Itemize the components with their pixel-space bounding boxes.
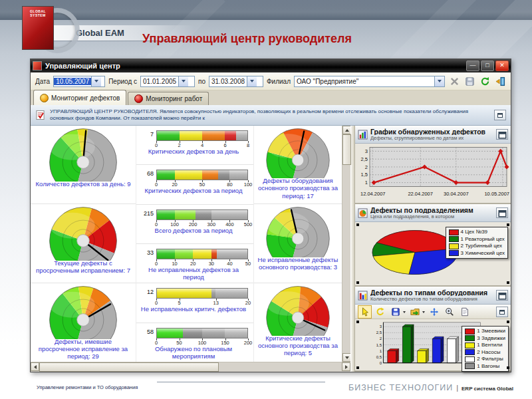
- indicator-value: 7: [139, 131, 154, 138]
- panel-header[interactable]: Дефекты по типам оборудования Количество…: [355, 287, 511, 305]
- window-titlebar[interactable]: Управляющий центр — □ ✕: [31, 59, 511, 72]
- charts-panel: График обнаруженных дефектов Дефекты, сг…: [355, 126, 511, 372]
- panel-title: Дефекты по типам оборудования: [370, 289, 493, 297]
- scrollbar-thumb[interactable]: [342, 134, 351, 165]
- toolbar-collapse-button[interactable]: [496, 307, 508, 317]
- period-to-combobox[interactable]: 31.03.2008: [209, 76, 263, 87]
- indicator-value: 215: [139, 210, 154, 217]
- pie-chart-body: 4 Цех №391 Реакторный цех2 Турбинный цех…: [355, 222, 511, 285]
- chevron-down-icon[interactable]: [91, 76, 101, 86]
- panel-collapse-button[interactable]: [496, 290, 508, 301]
- svg-text:2,5: 2,5: [361, 156, 368, 162]
- svg-text:0,5: 0,5: [376, 355, 382, 359]
- line-chart-body: 32,521,5112.04.200722.04.200730.04.20071…: [355, 144, 511, 203]
- chevron-down-icon[interactable]: [178, 76, 188, 86]
- info-text: УПРАВЛЯЮЩИЙ ЦЕНТР РУКОВОДИТЕЛЯ. Является…: [50, 108, 489, 122]
- branch-combobox[interactable]: ОАО "Предприятие": [294, 76, 445, 87]
- panel-collapse-button[interactable]: [496, 207, 508, 218]
- selection-handle[interactable]: [356, 223, 359, 226]
- indicator-value: 68: [139, 170, 154, 177]
- banner-collapse-button[interactable]: [494, 110, 506, 120]
- scroll-right-button[interactable]: [342, 362, 350, 371]
- scrollbar-track[interactable]: [39, 362, 342, 372]
- rotate-icon[interactable]: [373, 305, 387, 319]
- indicator-value: 12: [139, 289, 154, 295]
- svg-text:0: 0: [380, 361, 382, 365]
- panel-collapse-button[interactable]: [496, 129, 508, 140]
- period-to-label: по: [198, 78, 205, 85]
- dial-label: Не исправленные дефекты основного произв…: [254, 256, 342, 271]
- dial-label: Дефекты оборудования основного производс…: [254, 177, 342, 200]
- minimize-button[interactable]: —: [466, 61, 479, 71]
- application-window: Управляющий центр — □ ✕ Дата 10.05.2007 …: [30, 59, 511, 372]
- report-icon[interactable]: [458, 305, 471, 319]
- dial-gauge: Не исправленные дефекты основного произв…: [254, 204, 342, 283]
- svg-text:30.04.2007: 30.04.2007: [444, 191, 469, 197]
- selection-handle[interactable]: [356, 366, 359, 369]
- footer-divider: [157, 382, 325, 382]
- period-from-label: Период с: [108, 78, 137, 85]
- window-content: 702468Критических дефектов за день680205…: [31, 126, 511, 372]
- date-combobox[interactable]: 10.05.2007: [53, 76, 105, 87]
- indicator-value: 33: [139, 249, 154, 256]
- indicator-bar: [156, 170, 248, 180]
- panel-header[interactable]: График обнаруженных дефектов Дефекты, сг…: [355, 126, 511, 144]
- checklist-icon: [35, 110, 45, 120]
- defects-tab-icon: [40, 94, 49, 102]
- period-from-combobox[interactable]: 01.01.2005: [140, 76, 195, 87]
- maximize-button[interactable]: □: [481, 61, 494, 71]
- cursor-icon[interactable]: [358, 305, 372, 319]
- selection-handle[interactable]: [507, 223, 509, 226]
- exit-door-icon[interactable]: [494, 75, 506, 87]
- selection-handle[interactable]: [356, 281, 359, 284]
- vertical-scrollbar[interactable]: [342, 126, 351, 362]
- pie-legend: 4 Цех №391 Реакторный цех2 Турбинный цех…: [446, 227, 509, 259]
- scroll-left-button[interactable]: [31, 362, 39, 371]
- clear-filter-button[interactable]: [448, 75, 460, 87]
- legend-item: 1 Вентили: [465, 342, 505, 349]
- window-title: Управляющий центр: [45, 62, 465, 70]
- chevron-down-icon[interactable]: [247, 76, 257, 86]
- line-chart-panel: График обнаруженных дефектов Дефекты, сг…: [355, 126, 511, 204]
- pie-chart-panel-icon: [358, 208, 368, 218]
- panel-splitter[interactable]: [350, 126, 355, 372]
- svg-text:1: 1: [365, 180, 368, 186]
- save-icon[interactable]: [388, 305, 402, 319]
- zoom-in-icon[interactable]: [442, 305, 456, 319]
- branch-label: Филиал: [267, 78, 291, 85]
- presentation-slide: Global EAM GLOBAL SYSTEM Управляющий цен…: [0, 0, 532, 399]
- panel-subtitle: Дефекты, сгруппированные по датам их: [370, 136, 493, 141]
- linear-indicator: 3301020304050Не исправленных дефектов за…: [136, 244, 253, 283]
- save-button[interactable]: [464, 75, 475, 87]
- scrollbar-thumb[interactable]: [39, 362, 219, 372]
- selection-handle[interactable]: [507, 366, 509, 369]
- footer-product: ERP система Global: [462, 386, 513, 392]
- tab-works-monitoring[interactable]: Мониторинг работ: [128, 92, 209, 105]
- close-button[interactable]: ✕: [495, 61, 509, 71]
- tab-defects-monitoring[interactable]: Мониторинг дефектов: [33, 90, 126, 105]
- chevron-down-icon[interactable]: [434, 76, 444, 86]
- selection-handle[interactable]: [507, 281, 509, 284]
- dropdown-caret-icon[interactable]: [403, 311, 406, 315]
- indicators-area: 702468Критических дефектов за день680205…: [31, 126, 350, 372]
- page-title: Управляющий центр руководителя: [142, 32, 352, 46]
- svg-text:2: 2: [365, 164, 368, 170]
- indicator-bar: [156, 328, 248, 338]
- line-chart-panel-icon: [358, 130, 368, 140]
- legend-item: 1 Реакторный цех: [449, 236, 505, 243]
- panel-header[interactable]: Дефекты по подразделениям Цеха или подра…: [355, 204, 511, 222]
- svg-text:1,5: 1,5: [361, 172, 368, 178]
- dropdown-caret-icon[interactable]: [422, 311, 425, 315]
- bar-legend: 1 Змеевики3 Задвижки1 Вентили2 Насосы2 Ф…: [462, 326, 509, 372]
- bar-chart-panel-icon: [358, 291, 368, 301]
- move-icon[interactable]: [427, 305, 441, 319]
- export-icon[interactable]: [408, 305, 422, 319]
- horizontal-scrollbar[interactable]: [31, 362, 350, 372]
- selection-handle[interactable]: [356, 321, 359, 323]
- selection-handle[interactable]: [507, 321, 509, 323]
- svg-text:2,5: 2,5: [376, 331, 382, 334]
- refresh-icon[interactable]: [479, 75, 491, 87]
- app-icon: [33, 61, 42, 70]
- legend-item: 4 Цех №39: [449, 229, 505, 236]
- scrollbar-track[interactable]: [342, 134, 351, 353]
